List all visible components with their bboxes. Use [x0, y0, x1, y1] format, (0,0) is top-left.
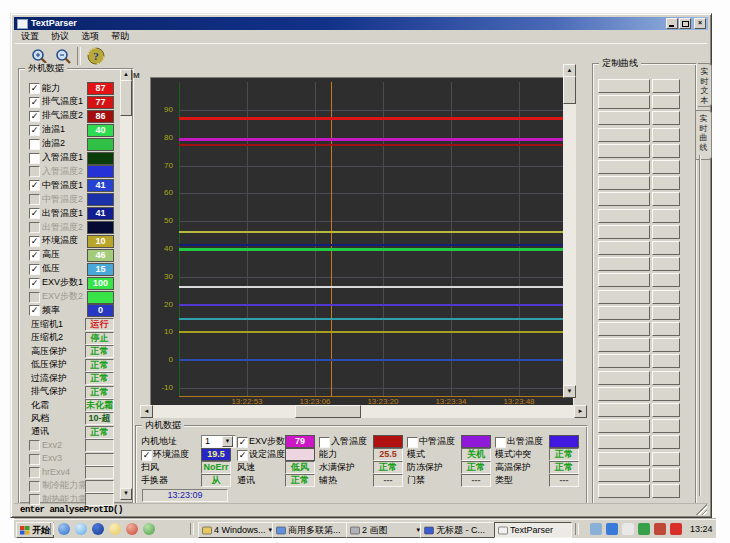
chart-vscroll-thumb[interactable]	[563, 76, 576, 104]
outdoor-checkbox-10[interactable]	[29, 222, 40, 233]
outdoor-checkbox-16[interactable]: ✓	[29, 305, 40, 316]
outdoor-checkbox-11[interactable]: ✓	[29, 236, 40, 247]
outdoor-checkbox-8[interactable]	[29, 194, 40, 205]
media-icon[interactable]	[126, 523, 138, 535]
printer-icon[interactable]	[590, 523, 602, 535]
custom-curve-value-14[interactable]	[652, 306, 680, 320]
task-button-3[interactable]: 无标题 - C...	[420, 522, 498, 538]
outdoor-checkbox-26[interactable]	[29, 440, 40, 451]
chart-vscroll-down[interactable]: ▼	[563, 385, 576, 398]
task-button-0[interactable]: 4 Windows...▾	[198, 522, 276, 538]
custom-curve-value-5[interactable]	[652, 160, 680, 174]
custom-curve-value-10[interactable]	[652, 241, 680, 255]
custom-curve-name-3[interactable]	[598, 128, 650, 142]
indoor-checkbox-0-1[interactable]: ✓	[141, 450, 152, 461]
custom-curve-name-16[interactable]	[598, 338, 650, 352]
outdoor-scrollbar-track[interactable]	[120, 69, 132, 499]
custom-curve-value-12[interactable]	[652, 273, 680, 287]
globe-icon[interactable]	[92, 523, 104, 535]
custom-curve-value-13[interactable]	[652, 290, 680, 304]
custom-curve-name-0[interactable]	[598, 79, 650, 93]
custom-curve-value-18[interactable]	[652, 371, 680, 385]
chart-vscroll-track[interactable]	[563, 64, 576, 396]
custom-curve-name-4[interactable]	[598, 144, 650, 158]
custom-curve-name-19[interactable]	[598, 387, 650, 401]
custom-curve-value-11[interactable]	[652, 257, 680, 271]
indoor-checkbox-2-0[interactable]	[319, 437, 330, 448]
custom-curve-value-16[interactable]	[652, 338, 680, 352]
custom-curve-name-20[interactable]	[598, 403, 650, 417]
custom-curve-value-7[interactable]	[652, 192, 680, 206]
chart-hscroll-left[interactable]: ◄	[140, 405, 153, 418]
task-button-4[interactable]: TextParser	[494, 522, 572, 538]
menu-item-3[interactable]: 帮助	[105, 31, 135, 42]
custom-curve-value-1[interactable]	[652, 95, 680, 109]
alert-icon[interactable]	[670, 523, 682, 535]
restore-button[interactable]	[679, 18, 691, 29]
menu-item-2[interactable]: 选项	[75, 31, 105, 42]
custom-curve-value-0[interactable]	[652, 79, 680, 93]
outdoor-checkbox-5[interactable]	[29, 153, 40, 164]
chart-hscroll-track[interactable]	[140, 405, 586, 418]
arrow-icon[interactable]	[622, 523, 634, 535]
minimize-button[interactable]	[666, 18, 678, 29]
task-button-1[interactable]: 商用多联第...	[272, 522, 350, 538]
outdoor-checkbox-30[interactable]	[29, 494, 40, 505]
outdoor-checkbox-7[interactable]: ✓	[29, 180, 40, 191]
chart-hscroll-right[interactable]: ►	[574, 405, 587, 418]
chart-cursor-line[interactable]	[331, 82, 332, 396]
custom-curve-name-25[interactable]	[598, 484, 650, 498]
outdoor-checkbox-9[interactable]: ✓	[29, 208, 40, 219]
indoor-checkbox-3-0[interactable]	[407, 437, 418, 448]
ie-icon[interactable]	[58, 523, 70, 535]
outdoor-checkbox-28[interactable]	[29, 467, 40, 478]
outdoor-checkbox-0[interactable]: ✓	[29, 83, 40, 94]
messenger-icon[interactable]	[75, 523, 87, 535]
menu-item-0[interactable]: 设置	[15, 31, 45, 42]
custom-curve-name-17[interactable]	[598, 354, 650, 368]
tab-realtime-curve[interactable]: 实时曲线	[696, 110, 712, 160]
indoor-checkbox-1-1[interactable]: ✓	[237, 450, 248, 461]
network-icon[interactable]	[654, 523, 666, 535]
custom-curve-value-9[interactable]	[652, 225, 680, 239]
custom-curve-value-8[interactable]	[652, 209, 680, 223]
resize-grip[interactable]	[695, 504, 707, 515]
custom-curve-name-18[interactable]	[598, 371, 650, 385]
custom-curve-name-12[interactable]	[598, 273, 650, 287]
custom-curve-value-17[interactable]	[652, 354, 680, 368]
custom-curve-name-22[interactable]	[598, 435, 650, 449]
custom-curve-value-21[interactable]	[652, 419, 680, 433]
help-button[interactable]: ?	[85, 47, 109, 66]
outdoor-checkbox-27[interactable]	[29, 454, 40, 465]
start-button[interactable]: 开始	[16, 522, 54, 538]
title-bar[interactable]: TextParser ×	[14, 17, 708, 30]
custom-curve-value-24[interactable]	[652, 468, 680, 482]
outdoor-checkbox-3[interactable]: ✓	[29, 125, 40, 136]
volume-icon[interactable]	[606, 523, 618, 535]
custom-curve-name-11[interactable]	[598, 257, 650, 271]
custom-curve-name-8[interactable]	[598, 209, 650, 223]
custom-curve-name-23[interactable]	[598, 452, 650, 466]
custom-curve-name-7[interactable]	[598, 192, 650, 206]
custom-curve-name-9[interactable]	[598, 225, 650, 239]
folder-icon[interactable]	[143, 523, 155, 535]
indoor-checkbox-4-0[interactable]	[495, 437, 506, 448]
outdoor-scrollbar-down[interactable]: ▼	[120, 488, 132, 500]
custom-curve-name-2[interactable]	[598, 111, 650, 125]
custom-curve-name-15[interactable]	[598, 322, 650, 336]
indoor-checkbox-1-0[interactable]: ✓	[237, 437, 248, 448]
custom-curve-name-6[interactable]	[598, 176, 650, 190]
custom-curve-value-6[interactable]	[652, 176, 680, 190]
custom-curve-value-2[interactable]	[652, 111, 680, 125]
custom-curve-name-5[interactable]	[598, 160, 650, 174]
custom-curve-value-20[interactable]	[652, 403, 680, 417]
custom-curve-value-4[interactable]	[652, 144, 680, 158]
task-button-2[interactable]: 2 画图▾	[346, 522, 424, 538]
custom-curve-name-1[interactable]	[598, 95, 650, 109]
outdoor-checkbox-14[interactable]: ✓	[29, 278, 40, 289]
notes-icon[interactable]	[109, 523, 121, 535]
outdoor-checkbox-1[interactable]: ✓	[29, 97, 40, 108]
outdoor-checkbox-2[interactable]: ✓	[29, 111, 40, 122]
custom-curve-value-15[interactable]	[652, 322, 680, 336]
custom-curve-value-25[interactable]	[652, 484, 680, 498]
